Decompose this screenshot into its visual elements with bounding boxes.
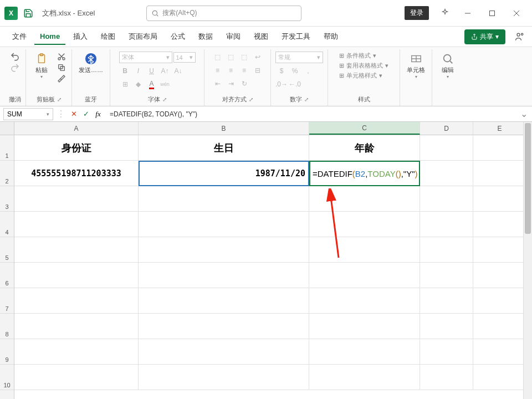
undo-button[interactable] xyxy=(9,52,21,62)
italic-button[interactable]: I xyxy=(132,65,145,76)
cell-B6[interactable] xyxy=(139,263,309,288)
cell-D9[interactable] xyxy=(420,339,473,364)
expand-formula-bar-button[interactable]: ⌄ xyxy=(519,109,529,119)
cell-E3[interactable] xyxy=(473,186,526,211)
cell-E8[interactable] xyxy=(473,314,526,339)
cell-B4[interactable] xyxy=(139,212,309,237)
number-format-select[interactable]: 常规▾ xyxy=(275,52,323,63)
search-box[interactable]: 搜索(Alt+Q) xyxy=(146,6,301,21)
dialog-launcher-icon[interactable]: ⤢ xyxy=(304,96,309,103)
cell-B1[interactable]: 生日 xyxy=(139,135,309,160)
bold-button[interactable]: B xyxy=(119,65,131,76)
font-shrink-button[interactable]: A↓ xyxy=(172,65,185,76)
paste-button[interactable]: 粘贴 ▾ xyxy=(30,52,53,80)
align-top-button[interactable]: ⬚ xyxy=(212,52,224,63)
cell-A7[interactable] xyxy=(14,288,139,313)
row-header-2[interactable]: 2 xyxy=(0,161,14,186)
orientation-button[interactable]: ↻ xyxy=(238,78,250,89)
fill-color-button[interactable]: ◆ xyxy=(132,79,145,90)
table-format-button[interactable]: ⊞套用表格格式▾ xyxy=(339,62,388,70)
cell-C8[interactable] xyxy=(309,314,420,339)
tab-data[interactable]: 数据 xyxy=(193,28,218,45)
formula-bar[interactable]: =DATEDIF(B2, TODAY(), "Y") xyxy=(106,110,515,118)
font-size-select[interactable]: 14▾ xyxy=(173,52,196,63)
tab-home[interactable]: Home xyxy=(34,29,65,45)
indent-decrease-button[interactable]: ⇤ xyxy=(212,78,224,89)
cell-E10[interactable] xyxy=(473,365,526,390)
col-header-A[interactable]: A xyxy=(14,122,139,135)
editing-button[interactable]: 编辑 ▾ xyxy=(437,52,459,80)
cell-A4[interactable] xyxy=(14,212,139,237)
cell-B7[interactable] xyxy=(139,288,309,313)
select-all-corner[interactable] xyxy=(0,122,14,135)
cell-A5[interactable] xyxy=(14,237,139,262)
tab-devtools[interactable]: 开发工具 xyxy=(276,28,316,45)
cell-C9[interactable] xyxy=(309,339,420,364)
name-box[interactable]: SUM ▾ xyxy=(3,108,53,120)
cell-C5[interactable] xyxy=(309,237,420,262)
cell-D8[interactable] xyxy=(420,314,473,339)
cells-button[interactable]: 单元格 ▾ xyxy=(405,52,427,80)
align-bottom-button[interactable]: ⬚ xyxy=(238,52,250,63)
fx-icon[interactable]: fx xyxy=(93,109,103,119)
cell-D1[interactable] xyxy=(420,135,473,160)
font-name-select[interactable]: 宋体▾ xyxy=(119,52,172,63)
cell-E1[interactable] xyxy=(473,135,526,160)
comma-button[interactable]: , xyxy=(302,65,314,76)
cancel-formula-button[interactable]: ✕ xyxy=(69,109,79,119)
underline-button[interactable]: U xyxy=(146,65,158,76)
merge-button[interactable]: ⊟ xyxy=(252,65,264,76)
cell-C4[interactable] xyxy=(309,212,420,237)
accept-formula-button[interactable]: ✓ xyxy=(81,109,91,119)
border-button[interactable]: ⊞ xyxy=(119,79,131,90)
cell-A1[interactable]: 身份证 xyxy=(14,135,139,160)
close-button[interactable] xyxy=(505,5,528,22)
cell-C6[interactable] xyxy=(309,263,420,288)
row-header-1[interactable]: 1 xyxy=(0,135,14,161)
cell-grid[interactable]: A B C D E 身份证 生日 年龄 455555198711203333 1… xyxy=(14,122,532,399)
tab-insert[interactable]: 插入 xyxy=(68,28,93,45)
col-header-C[interactable]: C xyxy=(309,122,420,135)
cell-D7[interactable] xyxy=(420,288,473,313)
tab-draw[interactable]: 绘图 xyxy=(95,28,121,45)
cell-E2[interactable] xyxy=(473,161,526,186)
cell-A8[interactable] xyxy=(14,314,139,339)
cell-B9[interactable] xyxy=(139,339,309,364)
bluetooth-send-button[interactable]: 发送…… xyxy=(76,52,105,75)
cell-A3[interactable] xyxy=(14,186,139,211)
active-cell-editor[interactable]: =DATEDIF(B2, TODAY(), "Y") xyxy=(309,161,420,186)
cell-A9[interactable] xyxy=(14,339,139,364)
cell-B8[interactable] xyxy=(139,314,309,339)
cell-D2[interactable] xyxy=(420,161,473,186)
cell-A10[interactable] xyxy=(14,365,139,390)
row-header-6[interactable]: 6 xyxy=(0,263,14,288)
align-middle-button[interactable]: ⬚ xyxy=(225,52,237,63)
cut-button[interactable] xyxy=(56,52,67,62)
decrease-decimal-button[interactable]: ←.0 xyxy=(289,79,301,90)
cell-E4[interactable] xyxy=(473,212,526,237)
currency-button[interactable]: $ xyxy=(275,65,288,76)
collab-icon[interactable] xyxy=(514,31,525,42)
align-right-button[interactable]: ≡ xyxy=(238,65,250,76)
cell-C10[interactable] xyxy=(309,365,420,390)
tab-help[interactable]: 帮助 xyxy=(318,28,344,45)
tab-formulas[interactable]: 公式 xyxy=(165,28,191,45)
dialog-launcher-icon[interactable]: ⤢ xyxy=(57,96,62,103)
font-grow-button[interactable]: A↑ xyxy=(159,65,171,76)
cell-B2[interactable]: 1987/11/20 xyxy=(139,161,309,186)
row-header-4[interactable]: 4 xyxy=(0,212,14,237)
wrap-text-button[interactable]: ↩ xyxy=(252,52,264,63)
increase-decimal-button[interactable]: .0→ xyxy=(275,79,288,90)
row-header-3[interactable]: 3 xyxy=(0,186,14,212)
cell-style-button[interactable]: ⊞单元格样式▾ xyxy=(339,71,388,80)
save-icon[interactable] xyxy=(23,8,33,18)
cell-D4[interactable] xyxy=(420,212,473,237)
cell-D3[interactable] xyxy=(420,186,473,211)
minimize-button[interactable] xyxy=(457,5,479,22)
dialog-launcher-icon[interactable]: ⤢ xyxy=(162,96,167,103)
tab-file[interactable]: 文件 xyxy=(7,28,32,45)
maximize-button[interactable] xyxy=(481,5,503,22)
redo-button[interactable] xyxy=(9,63,21,73)
phonetic-button[interactable]: wén xyxy=(159,79,171,90)
row-header-7[interactable]: 7 xyxy=(0,288,14,314)
